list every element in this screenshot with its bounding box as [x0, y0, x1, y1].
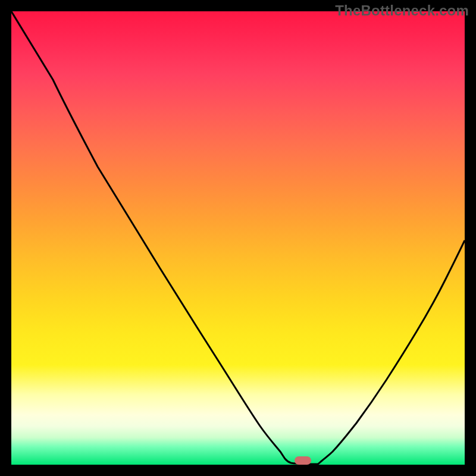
bottleneck-curve-path — [11, 11, 465, 464]
optimal-marker — [295, 456, 311, 465]
chart-frame: TheBottleneck.com — [0, 0, 476, 476]
curve-svg — [11, 11, 465, 465]
watermark-label: TheBottleneck.com — [335, 2, 469, 19]
